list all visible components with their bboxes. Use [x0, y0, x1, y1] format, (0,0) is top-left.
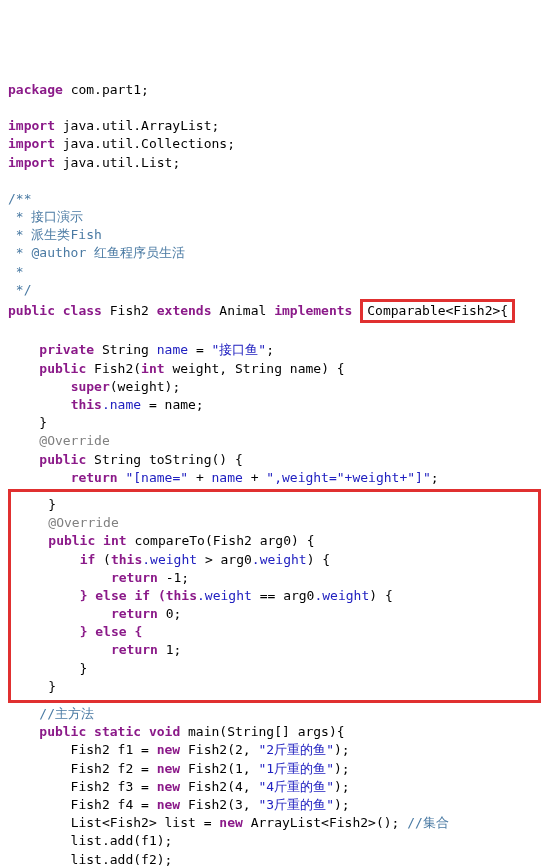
- void-keyword: void: [149, 724, 180, 739]
- gt: >: [205, 552, 213, 567]
- inline-comment: //集合: [407, 815, 449, 830]
- var: list: [165, 815, 196, 830]
- method-name: toString: [149, 452, 212, 467]
- num: 2: [235, 742, 243, 757]
- method-name: compareTo: [134, 533, 204, 548]
- brace: ){: [329, 724, 345, 739]
- public-keyword: public: [48, 533, 95, 548]
- if-keyword: if: [80, 552, 96, 567]
- list-type: List<Fish2>: [71, 815, 157, 830]
- this-keyword: this: [71, 397, 102, 412]
- return-keyword: return: [71, 470, 118, 485]
- param-name: arg0: [260, 533, 291, 548]
- string-literal: "[name=": [125, 470, 188, 485]
- param-type: String[]: [227, 724, 290, 739]
- param-type: Fish2: [213, 533, 252, 548]
- import-keyword: import: [8, 155, 55, 170]
- brace: ) {: [307, 552, 330, 567]
- javadoc-close: */: [8, 282, 31, 297]
- plus: +: [251, 470, 259, 485]
- num: 1: [235, 761, 243, 776]
- arg-ref: arg0: [283, 588, 314, 603]
- override-annotation: @Override: [48, 515, 118, 530]
- return-keyword: return: [111, 570, 158, 585]
- literal: -1;: [166, 570, 189, 585]
- method-call: add: [110, 852, 133, 866]
- ctor-call: Fish2: [188, 797, 227, 812]
- brace: ) {: [369, 588, 392, 603]
- super-call: (weight);: [110, 379, 180, 394]
- field-ref: .weight: [197, 588, 252, 603]
- override-annotation: @Override: [39, 433, 109, 448]
- string-literal: "]": [407, 470, 430, 485]
- javadoc-author: 红鱼程序员生活: [94, 245, 185, 260]
- javadoc-line: * 接口演示: [8, 209, 83, 224]
- code-content: package com.part1; import java.util.Arra…: [8, 82, 541, 866]
- public-keyword: public: [39, 724, 86, 739]
- import-keyword: import: [8, 118, 55, 133]
- brace: ) {: [291, 533, 314, 548]
- method-call: add: [110, 833, 133, 848]
- ctor-call: Fish2: [188, 779, 227, 794]
- javadoc-author-tag: * @author: [8, 245, 94, 260]
- return-keyword: return: [111, 606, 158, 621]
- equals: =: [149, 397, 157, 412]
- literal: 0;: [166, 606, 182, 621]
- var: f2: [118, 761, 134, 776]
- field-ref: .name: [102, 397, 141, 412]
- parens: ();: [376, 815, 399, 830]
- new-keyword: new: [157, 779, 180, 794]
- new-keyword: new: [157, 797, 180, 812]
- import-name: java.util.List: [63, 155, 173, 170]
- arraylist-type: ArrayList<Fish2>: [251, 815, 376, 830]
- this-keyword: this: [166, 588, 197, 603]
- method-name: main: [188, 724, 219, 739]
- rhs: name;: [165, 397, 204, 412]
- field-ref: name: [212, 470, 243, 485]
- string-literal: "1斤重的鱼": [258, 761, 333, 776]
- literal: 1;: [166, 642, 182, 657]
- field-ref: .weight: [314, 588, 369, 603]
- public-keyword: public: [8, 303, 55, 318]
- highlight-box-implements: Comparable<Fish2>{: [360, 299, 515, 323]
- parens: () {: [212, 452, 243, 467]
- private-keyword: private: [39, 342, 94, 357]
- parent-class: Animal: [219, 303, 266, 318]
- comment-main: //主方法: [39, 706, 94, 721]
- num: 3: [235, 797, 243, 812]
- public-keyword: public: [39, 361, 86, 376]
- public-keyword: public: [39, 452, 86, 467]
- import-name: java.util.ArrayList: [63, 118, 212, 133]
- package-keyword: package: [8, 82, 63, 97]
- import-name: java.util.Collections: [63, 136, 227, 151]
- extends-keyword: extends: [157, 303, 212, 318]
- string-literal: ",weight=": [266, 470, 344, 485]
- var: f3: [118, 779, 134, 794]
- param-name: args: [298, 724, 329, 739]
- new-keyword: new: [157, 742, 180, 757]
- type-string: String: [235, 361, 282, 376]
- string-literal: "2斤重的鱼": [258, 742, 333, 757]
- new-keyword: new: [157, 761, 180, 776]
- int-keyword: int: [103, 533, 126, 548]
- package-name: com.part1: [71, 82, 141, 97]
- field-name: name: [157, 342, 188, 357]
- ctor-call: Fish2: [188, 742, 227, 757]
- weight-expr: +weight+: [345, 470, 408, 485]
- equals: =: [196, 342, 204, 357]
- return-keyword: return: [111, 642, 158, 657]
- field-ref: .weight: [142, 552, 197, 567]
- javadoc-open: /**: [8, 191, 31, 206]
- constructor-name: Fish2: [94, 361, 133, 376]
- else: } else {: [80, 624, 143, 639]
- highlight-box-compareto: } @Override public int compareTo(Fish2 a…: [8, 489, 541, 703]
- javadoc-line: * 派生类Fish: [8, 227, 102, 242]
- int-keyword: int: [141, 361, 164, 376]
- string-literal: "3斤重的鱼": [258, 797, 333, 812]
- var: f1: [118, 742, 134, 757]
- plus: +: [196, 470, 204, 485]
- implements-keyword: implements: [274, 303, 352, 318]
- arg-ref: arg0: [221, 552, 252, 567]
- static-keyword: static: [94, 724, 141, 739]
- class-name: Fish2: [110, 303, 149, 318]
